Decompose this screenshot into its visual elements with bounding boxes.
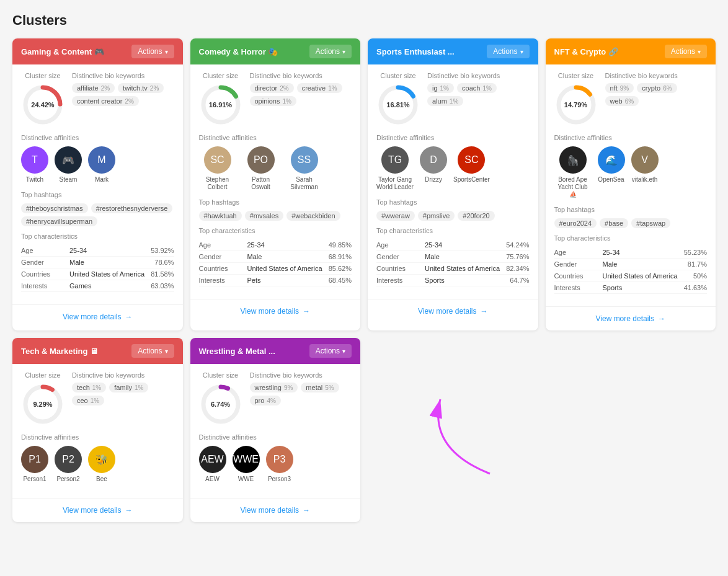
affinity-item[interactable]: T Twitch bbox=[21, 146, 48, 184]
donut-center-sports: 16.81% bbox=[386, 101, 409, 109]
clusters-grid-top: Gaming & Content 🎮 Actions Cluster size … bbox=[12, 38, 716, 330]
affinities-wrestling: Distinctive affinities AEW AEW WWE WWE P… bbox=[199, 433, 352, 483]
donut-comedy: 16.91% bbox=[199, 83, 242, 126]
view-more-gaming[interactable]: View more details bbox=[12, 304, 183, 329]
affinity-avatar: 🎮 bbox=[55, 146, 82, 174]
char-row: Interests Sports 41.63% bbox=[554, 282, 708, 294]
affinity-item[interactable]: 🐝 Bee bbox=[88, 446, 115, 483]
affinities-row-tech: P1 Person1 P2 Person2 🐝 Bee bbox=[21, 446, 174, 483]
affinity-item[interactable]: 🌊 OpenSea bbox=[598, 146, 625, 198]
affinity-name: Patton Oswalt bbox=[242, 176, 280, 191]
donut-tech: 9.29% bbox=[21, 383, 64, 426]
affinity-name: Bored Ape Yacht Club ⛵ bbox=[554, 176, 592, 198]
keyword-pct: 4% bbox=[267, 397, 275, 404]
cluster-metrics-sports: Cluster size 16.81% Distinctive bio keyw… bbox=[376, 72, 530, 126]
affinity-item[interactable]: P2 Person2 bbox=[55, 446, 82, 483]
char-key: Interests bbox=[199, 277, 242, 284]
affinity-item[interactable]: SS Sarah Silverman bbox=[286, 146, 323, 191]
keyword-tag: opinions 1% bbox=[250, 96, 296, 106]
hashtags-gaming: Top hashtags #theboyschristmas#restoreth… bbox=[21, 191, 174, 226]
bio-keywords-label-comedy: Distinctive bio keywords bbox=[250, 72, 352, 79]
actions-button-sports[interactable]: Actions bbox=[487, 45, 529, 58]
affinity-item[interactable]: P3 Person3 bbox=[266, 446, 293, 483]
affinities-label-comedy: Distinctive affinities bbox=[199, 134, 352, 141]
view-more-wrestling[interactable]: View more details bbox=[190, 498, 361, 522]
affinity-item[interactable]: AEW AEW bbox=[199, 446, 226, 483]
hashtag-pill: #wweraw bbox=[376, 211, 415, 221]
view-more-tech[interactable]: View more details bbox=[12, 498, 183, 522]
cluster-header-nft: NFT & Crypto 🔗 Actions bbox=[546, 38, 716, 64]
char-val: 25-34 bbox=[64, 247, 151, 254]
keyword-tag: creative 1% bbox=[297, 83, 342, 93]
donut-center-wrestling: 6.74% bbox=[211, 401, 230, 408]
affinities-row-wrestling: AEW AEW WWE WWE P3 Person3 bbox=[199, 446, 352, 483]
char-pct: 68.91% bbox=[329, 253, 352, 260]
donut-center-nft: 14.79% bbox=[564, 101, 587, 109]
affinities-tech: Distinctive affinities P1 Person1 P2 Per… bbox=[21, 433, 174, 483]
view-more-sports[interactable]: View more details bbox=[368, 299, 538, 323]
donut-nft: 14.79% bbox=[554, 83, 598, 126]
cluster-size-section-comedy: Cluster size 16.91% bbox=[199, 72, 242, 126]
affinity-name: Mark bbox=[95, 176, 109, 184]
char-pct: 54.24% bbox=[506, 241, 529, 249]
affinity-item[interactable]: D Drizzy bbox=[420, 146, 447, 191]
affinity-name: OpenSea bbox=[598, 176, 624, 184]
char-row: Countries United States of America 81.58… bbox=[21, 268, 174, 280]
affinity-item[interactable]: 🦍 Bored Ape Yacht Club ⛵ bbox=[554, 146, 592, 198]
keyword-pct: 1% bbox=[450, 98, 458, 105]
affinity-item[interactable]: SC Stephen Colbert bbox=[199, 146, 236, 191]
affinity-item[interactable]: TG Taylor Gang World Leader bbox=[376, 146, 414, 191]
char-key: Interests bbox=[376, 277, 420, 284]
arrow-area bbox=[368, 338, 538, 522]
cluster-size-label-wrestling: Cluster size bbox=[203, 371, 238, 379]
affinity-item[interactable]: WWE WWE bbox=[233, 446, 260, 483]
affinity-item[interactable]: 🎮 Steam bbox=[55, 146, 82, 184]
affinity-name: SportsCenter bbox=[453, 176, 490, 184]
char-pct: 50% bbox=[693, 272, 707, 280]
affinity-name: Person2 bbox=[56, 476, 79, 483]
view-more-nft[interactable]: View more details bbox=[546, 306, 716, 330]
char-label-gaming: Top characteristics bbox=[21, 233, 174, 240]
cluster-size-section-gaming: Cluster size 24.42% bbox=[21, 72, 64, 126]
cluster-size-label-comedy: Cluster size bbox=[203, 72, 238, 79]
keyword-tag: web 6% bbox=[605, 96, 639, 106]
keyword-pct: 2% bbox=[150, 85, 159, 92]
actions-button-nft[interactable]: Actions bbox=[665, 45, 707, 58]
actions-button-wrestling[interactable]: Actions bbox=[309, 344, 352, 358]
affinity-item[interactable]: M Mark bbox=[88, 146, 115, 184]
cluster-metrics-comedy: Cluster size 16.91% Distinctive bio keyw… bbox=[199, 72, 352, 126]
actions-button-tech[interactable]: Actions bbox=[131, 344, 174, 358]
char-row: Countries United States of America 50% bbox=[554, 270, 708, 282]
hashtag-pill: #webackbiden bbox=[286, 211, 340, 221]
affinity-item[interactable]: P1 Person1 bbox=[21, 446, 48, 483]
char-pct: 53.92% bbox=[151, 247, 174, 254]
char-val: 25-34 bbox=[420, 241, 506, 249]
keyword-pct: 1% bbox=[92, 384, 101, 391]
affinity-avatar: 🌊 bbox=[598, 146, 625, 174]
keyword-tag: alum 1% bbox=[427, 96, 463, 106]
cluster-body-nft: Cluster size 14.79% Distinctive bio keyw… bbox=[546, 64, 716, 306]
actions-button-comedy[interactable]: Actions bbox=[309, 45, 352, 58]
hashtags-label-gaming: Top hashtags bbox=[21, 191, 174, 198]
affinity-item[interactable]: SC SportsCenter bbox=[453, 146, 490, 191]
affinity-item[interactable]: V vitalik.eth bbox=[631, 146, 659, 198]
view-more-comedy[interactable]: View more details bbox=[190, 299, 361, 323]
cluster-size-section-wrestling: Cluster size 6.74% bbox=[199, 371, 242, 426]
actions-button-gaming[interactable]: Actions bbox=[131, 45, 174, 58]
keyword-tag: nft 9% bbox=[605, 83, 634, 93]
char-key: Countries bbox=[554, 272, 598, 280]
keyword-pct: 1% bbox=[328, 85, 337, 92]
affinity-name: Taylor Gang World Leader bbox=[376, 176, 414, 191]
bio-keywords-sports: Distinctive bio keywords ig 1%coach 1%al… bbox=[427, 72, 530, 126]
char-key: Gender bbox=[199, 253, 242, 260]
keyword-pct: 9% bbox=[284, 384, 293, 391]
bio-keywords-label-sports: Distinctive bio keywords bbox=[427, 72, 530, 79]
char-pct: 68.45% bbox=[329, 277, 352, 284]
keyword-tag: content creator 2% bbox=[72, 96, 139, 106]
hashtags-nft: Top hashtags #euro2024#base#tapswap bbox=[554, 206, 708, 228]
keyword-tag: director 2% bbox=[250, 83, 294, 93]
keyword-tags-comedy: director 2%creative 1%opinions 1% bbox=[250, 83, 352, 106]
characteristics-gaming: Top characteristics Age 25-34 53.92% Gen… bbox=[21, 233, 174, 292]
affinity-item[interactable]: PO Patton Oswalt bbox=[242, 146, 280, 191]
keyword-pct: 2% bbox=[101, 85, 110, 92]
